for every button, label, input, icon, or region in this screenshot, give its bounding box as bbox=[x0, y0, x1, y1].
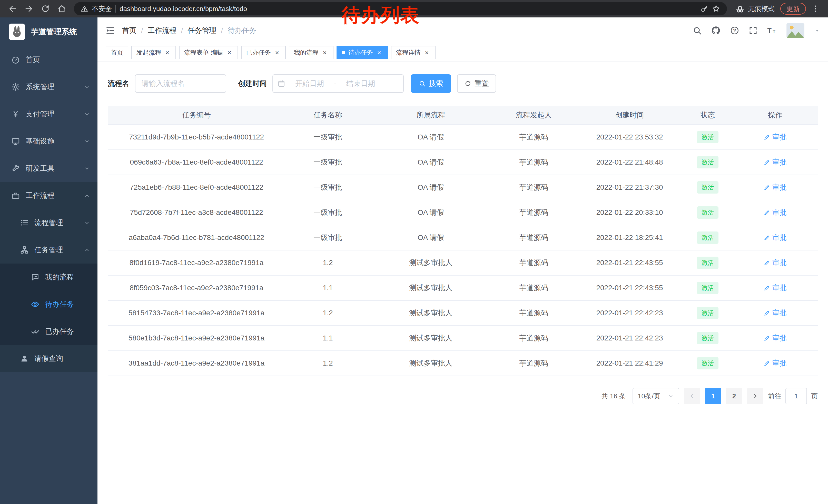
cell-starter: 芋道源码 bbox=[491, 175, 576, 200]
github-icon[interactable] bbox=[711, 26, 721, 35]
omnibox-divider bbox=[115, 5, 116, 12]
sidebar-item-label: 流程管理 bbox=[34, 218, 63, 228]
monitor-icon bbox=[11, 137, 20, 146]
tab-close-icon[interactable] bbox=[321, 49, 328, 56]
sidebar-item-system[interactable]: 系统管理 bbox=[0, 73, 97, 100]
breadcrumb-home[interactable]: 首页 bbox=[122, 26, 148, 35]
tab-close-icon[interactable] bbox=[376, 49, 383, 56]
sidebar-logo[interactable]: 芋道管理系统 bbox=[0, 17, 97, 46]
sidebar-collapse-icon[interactable] bbox=[105, 26, 115, 36]
cell-task-id: 75d72608-7b7f-11ec-a3c8-acde48001122 bbox=[108, 200, 285, 225]
end-date-input[interactable] bbox=[338, 80, 383, 88]
tab-home[interactable]: 首页 bbox=[106, 46, 128, 59]
main-panel: 首页 工作流程 任务管理 待办任务 ? TT 首页 发起流程 流程表单-编辑 bbox=[97, 17, 828, 504]
cell-task-name: 一级审批 bbox=[285, 175, 370, 200]
fullscreen-icon[interactable] bbox=[748, 26, 758, 35]
process-name-input[interactable] bbox=[135, 74, 226, 93]
cell-task-id: 8f059c03-7ac8-11ec-a9e2-a2380e71991a bbox=[108, 275, 285, 301]
prev-page-button[interactable] bbox=[684, 388, 700, 404]
reset-button[interactable]: 重置 bbox=[457, 74, 496, 93]
tab-close-icon[interactable] bbox=[164, 49, 171, 56]
double-check-icon bbox=[31, 327, 40, 336]
help-icon[interactable]: ? bbox=[730, 26, 739, 35]
search-button[interactable]: 搜索 bbox=[411, 74, 451, 93]
approve-link[interactable]: 审批 bbox=[763, 157, 787, 167]
tab-done-tasks[interactable]: 已办任务 bbox=[241, 46, 286, 59]
browser-back-button[interactable] bbox=[6, 2, 19, 16]
approve-link[interactable]: 审批 bbox=[763, 258, 787, 268]
sidebar-item-leave-query[interactable]: 请假查询 bbox=[0, 345, 97, 372]
tab-form-edit[interactable]: 流程表单-编辑 bbox=[179, 46, 238, 59]
tab-label: 流程详情 bbox=[396, 48, 421, 57]
sidebar-item-done-tasks[interactable]: 已办任务 bbox=[0, 318, 97, 345]
sidebar-item-todo-tasks[interactable]: 待办任务 bbox=[0, 291, 97, 318]
security-warning-icon[interactable] bbox=[81, 5, 88, 12]
tab-close-icon[interactable] bbox=[423, 49, 430, 56]
approve-link[interactable]: 审批 bbox=[763, 358, 787, 368]
cell-process: 测试多审批人 bbox=[370, 250, 491, 275]
page-content: 流程名 创建时间 - 搜索 重置 bbox=[97, 62, 828, 504]
page-button-1[interactable]: 1 bbox=[705, 388, 721, 404]
tab-close-icon[interactable] bbox=[274, 49, 281, 56]
start-date-input[interactable] bbox=[287, 80, 332, 88]
font-size-icon[interactable]: TT bbox=[767, 26, 777, 35]
cell-task-id: 725a1eb6-7b88-11ec-8ef0-acde48001122 bbox=[108, 175, 285, 200]
sidebar-item-process-mgmt[interactable]: 流程管理 bbox=[0, 209, 97, 236]
address-bar[interactable]: 不安全 dashboard.yudao.iocoder.cn/bpm/task/… bbox=[74, 2, 727, 15]
sidebar-item-workflow[interactable]: 工作流程 bbox=[0, 182, 97, 209]
page-size-select[interactable]: 10条/页 bbox=[632, 388, 679, 404]
approve-link[interactable]: 审批 bbox=[763, 183, 787, 192]
chat-bubble-icon bbox=[31, 273, 40, 281]
search-icon[interactable] bbox=[693, 26, 702, 35]
cell-task-name: 一级审批 bbox=[285, 125, 370, 150]
browser-home-button[interactable] bbox=[55, 2, 69, 16]
dashboard-icon bbox=[11, 55, 20, 64]
browser-forward-button[interactable] bbox=[22, 2, 36, 16]
goto-page-input[interactable] bbox=[785, 388, 807, 404]
approve-link[interactable]: 审批 bbox=[763, 283, 787, 293]
sidebar-item-my-process[interactable]: 我的流程 bbox=[0, 264, 97, 291]
avatar-caret-icon bbox=[814, 28, 820, 34]
approve-link[interactable]: 审批 bbox=[763, 308, 787, 318]
date-range-picker[interactable]: - bbox=[273, 74, 404, 93]
approve-link[interactable]: 审批 bbox=[763, 233, 787, 242]
tab-label: 首页 bbox=[111, 48, 123, 57]
col-status: 状态 bbox=[683, 106, 733, 125]
pagination-goto: 前往 页 bbox=[768, 388, 818, 404]
browser-reload-button[interactable] bbox=[38, 2, 52, 16]
cell-status: 激活 bbox=[683, 200, 733, 225]
sidebar-item-devtools[interactable]: 研发工具 bbox=[0, 155, 97, 182]
browser-menu-icon[interactable] bbox=[809, 2, 822, 16]
tab-process-detail[interactable]: 流程详情 bbox=[391, 46, 436, 59]
cell-create-time: 2022-01-22 21:37:30 bbox=[576, 175, 683, 200]
approve-link[interactable]: 审批 bbox=[763, 333, 787, 343]
password-key-icon[interactable] bbox=[700, 5, 708, 13]
sidebar-item-infra[interactable]: 基础设施 bbox=[0, 128, 97, 155]
sidebar-item-task-mgmt[interactable]: 任务管理 bbox=[0, 236, 97, 264]
tab-start-process[interactable]: 发起流程 bbox=[131, 46, 176, 59]
chevron-up-icon bbox=[84, 246, 90, 253]
sidebar-item-payment[interactable]: 支付管理 bbox=[0, 100, 97, 128]
user-avatar[interactable] bbox=[786, 23, 805, 38]
approve-link[interactable]: 审批 bbox=[763, 132, 787, 142]
bookmark-star-icon[interactable] bbox=[712, 5, 720, 13]
calendar-icon bbox=[278, 80, 285, 87]
cell-status: 激活 bbox=[683, 301, 733, 326]
cell-starter: 芋道源码 bbox=[491, 225, 576, 250]
tab-my-process[interactable]: 我的流程 bbox=[289, 46, 333, 59]
sidebar-item-label: 基础设施 bbox=[26, 136, 54, 146]
breadcrumb-workflow[interactable]: 工作流程 bbox=[148, 26, 188, 35]
table-row: 75d72608-7b7f-11ec-a3c8-acde48001122 一级审… bbox=[108, 200, 818, 225]
browser-update-button[interactable]: 更新 bbox=[780, 3, 806, 15]
breadcrumb-task-mgmt[interactable]: 任务管理 bbox=[188, 26, 228, 35]
table-row: 069c6a63-7b8a-11ec-8ef0-acde48001122 一级审… bbox=[108, 150, 818, 175]
approve-link[interactable]: 审批 bbox=[763, 208, 787, 217]
cell-status: 激活 bbox=[683, 351, 733, 376]
tab-close-icon[interactable] bbox=[226, 49, 233, 56]
page-button-2[interactable]: 2 bbox=[726, 388, 742, 404]
sidebar-item-home[interactable]: 首页 bbox=[0, 46, 97, 73]
tab-todo-tasks[interactable]: 待办任务 bbox=[336, 46, 388, 59]
status-badge: 激活 bbox=[697, 131, 718, 143]
next-page-button[interactable] bbox=[747, 388, 763, 404]
sidebar-item-label: 我的流程 bbox=[45, 272, 74, 282]
